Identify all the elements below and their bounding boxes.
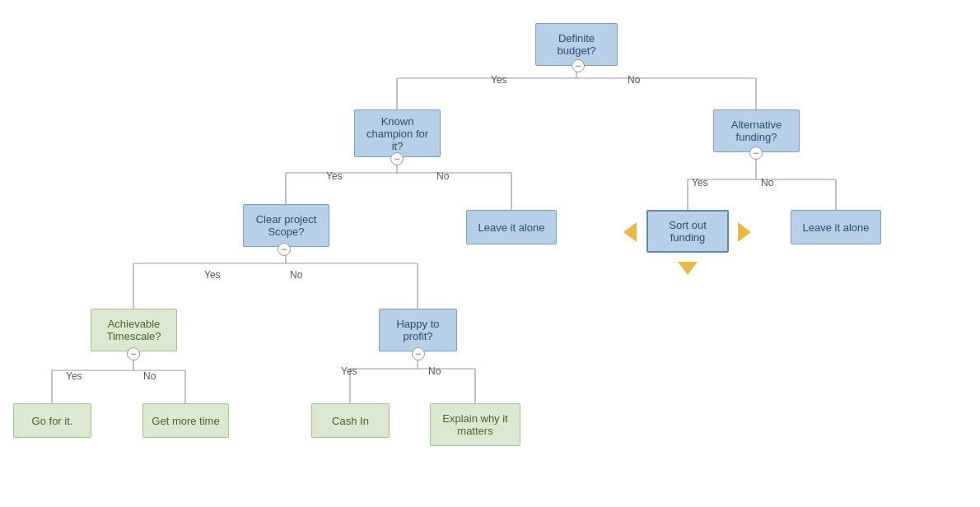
label-yes-1: Yes — [491, 74, 507, 86]
collapse-btn-1[interactable]: − — [572, 59, 585, 72]
node-leave-alone-1[interactable]: Leave it alone — [466, 210, 557, 244]
label-no-2: No — [436, 170, 449, 182]
label-yes-4: Yes — [204, 269, 221, 281]
node-clear-project-scope[interactable]: Clear project Scope? — [243, 204, 329, 247]
label-yes-3: Yes — [692, 177, 708, 188]
collapse-btn-5[interactable]: − — [412, 347, 425, 360]
label-yes-6: Yes — [66, 370, 82, 382]
collapse-btn-4[interactable]: − — [127, 347, 140, 360]
node-sort-out-funding[interactable]: Sort out funding — [646, 210, 729, 253]
diagram: Definite budget? Known champion for it? … — [0, 0, 980, 507]
arrow-down-icon — [678, 262, 698, 275]
collapse-btn-2[interactable]: − — [390, 152, 404, 165]
arrow-right-icon — [738, 222, 751, 242]
node-go-for-it[interactable]: Go for it. — [13, 403, 91, 438]
label-no-3: No — [761, 177, 773, 188]
label-no-1: No — [628, 74, 640, 86]
node-achievable-timescale[interactable]: Achievable Timescale? — [91, 309, 177, 351]
node-cash-in[interactable]: Cash In — [311, 403, 390, 438]
collapse-btn-6[interactable]: − — [749, 147, 763, 160]
node-known-champion[interactable]: Known champion for it? — [354, 109, 441, 157]
label-yes-2: Yes — [326, 170, 343, 182]
node-explain-why[interactable]: Explain why it matters — [430, 403, 520, 446]
collapse-btn-3[interactable]: − — [278, 243, 291, 256]
label-no-4: No — [290, 269, 302, 281]
node-happy-to-profit[interactable]: Happy to profit? — [379, 309, 457, 351]
label-no-5: No — [428, 365, 441, 377]
label-yes-5: Yes — [341, 365, 357, 377]
node-leave-alone-2[interactable]: Leave it alone — [791, 210, 881, 244]
arrow-left-icon — [623, 222, 637, 242]
label-no-6: No — [143, 370, 156, 382]
node-get-more-time[interactable]: Get more time — [142, 403, 229, 438]
